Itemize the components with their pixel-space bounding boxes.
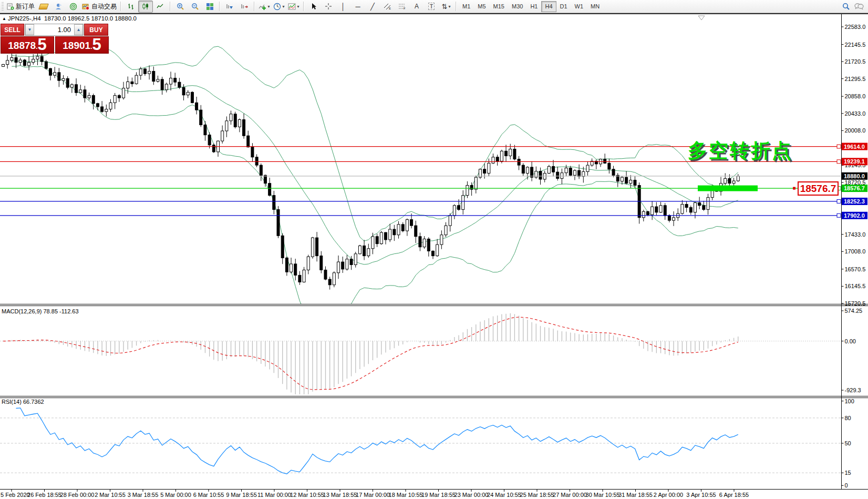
candle-bear — [458, 206, 460, 210]
vertical-line-icon: │ — [341, 3, 345, 11]
bollinger-middle-band — [12, 61, 738, 264]
candle-bull — [561, 173, 563, 179]
buy-price-main: 18901 — [63, 39, 90, 53]
fibonacci-button[interactable]: F — [395, 1, 409, 13]
floating-price-label[interactable]: 18576.7 — [798, 181, 839, 196]
time-tick-label: 11 Mar 00:00 — [257, 492, 291, 498]
sell-price[interactable]: 18878.5 — [1, 36, 54, 54]
candle-bear — [92, 96, 95, 104]
candle-bear — [376, 237, 378, 244]
channel-button[interactable]: E — [380, 1, 395, 13]
community-button[interactable] — [51, 1, 66, 13]
time-tick-label: 12 Mar 10:55 — [290, 492, 324, 498]
templates-button[interactable]: ▾ — [286, 1, 301, 13]
candle-bull — [187, 92, 189, 95]
line-marker[interactable] — [837, 199, 841, 203]
volume-decrease-button[interactable]: ▼ — [25, 24, 34, 35]
price-tick-label: 21295.5 — [845, 76, 866, 82]
candle-bear — [49, 68, 51, 75]
svg-text:E: E — [389, 7, 391, 10]
timeframe-m5[interactable]: M5 — [474, 1, 489, 12]
sell-price-main: 18878 — [8, 39, 36, 53]
candle-bull — [165, 84, 168, 90]
arrows-button[interactable]: ⇅▾ — [439, 1, 453, 13]
price-axis[interactable]: 22583.022145.521720.521295.520858.020433… — [837, 14, 867, 490]
bar-chart-button[interactable] — [123, 1, 138, 13]
candle-bull — [681, 204, 684, 213]
volume-value[interactable]: 1.00 — [34, 24, 74, 35]
candle-bear — [685, 204, 688, 207]
horizontal-line-button[interactable]: ─ — [350, 1, 365, 13]
time-axis[interactable]: 5 Feb 202026 Feb 18:5528 Feb 00:002 Mar … — [0, 490, 868, 498]
tile-windows-button[interactable] — [202, 1, 217, 13]
candle-bear — [152, 72, 155, 82]
toolbar-right — [842, 3, 864, 11]
candle-bear — [84, 90, 86, 98]
candle-bull — [474, 177, 477, 189]
timeframe-w1[interactable]: W1 — [571, 1, 587, 12]
candle-bull — [732, 181, 735, 184]
auto-scroll-button[interactable] — [222, 1, 237, 13]
vertical-line-button[interactable]: │ — [336, 1, 350, 13]
search-icon[interactable] — [842, 3, 850, 11]
buy-price[interactable]: 18901.5 — [55, 36, 109, 54]
candle-bear — [634, 180, 636, 185]
rsi-indicator-label: RSI(14) 66.7362 — [2, 399, 44, 405]
time-tick-label: 17 Mar 00:00 — [356, 492, 390, 498]
timeframe-d1[interactable]: D1 — [556, 1, 571, 12]
signal-button[interactable] — [66, 1, 80, 13]
new-order-button[interactable]: 新订单 — [5, 1, 36, 13]
label-anchor-marker[interactable] — [793, 187, 795, 190]
time-tick-label: 25 Mar 18:55 — [520, 492, 554, 498]
timeframe-m30[interactable]: M30 — [508, 1, 526, 12]
line-chart-button[interactable] — [153, 1, 168, 13]
chart-shift-button[interactable] — [237, 1, 252, 13]
text-button[interactable]: A — [409, 1, 424, 13]
collapse-button[interactable]: ▲ — [2, 16, 6, 21]
candle-bear — [234, 114, 236, 127]
sell-button[interactable]: SELL — [1, 24, 24, 36]
time-tick-label: 27 Mar 00:00 — [553, 492, 587, 498]
candle-bull — [358, 246, 361, 253]
label-button[interactable]: T — [424, 1, 439, 13]
candle-bull — [122, 88, 125, 98]
time-tick-label: 28 Feb 00:00 — [60, 492, 95, 498]
highlight-rectangle[interactable] — [698, 186, 758, 191]
candlestick-chart-button[interactable] — [138, 1, 153, 13]
candle-bull — [371, 237, 374, 249]
chat-icon[interactable] — [854, 3, 864, 11]
timeframe-m15[interactable]: M15 — [490, 1, 508, 12]
line-marker[interactable] — [837, 145, 841, 148]
chart-text-annotation[interactable]: 多空转折点 — [688, 138, 793, 164]
candle-bull — [565, 168, 567, 172]
indicators-button[interactable]: ▾ — [257, 1, 272, 13]
timeframe-m1[interactable]: M1 — [459, 1, 474, 12]
toolbar-grip[interactable] — [2, 2, 4, 11]
cursor-button[interactable] — [306, 1, 321, 13]
zoom-in-button[interactable] — [173, 1, 188, 13]
timeframe-h4[interactable]: H4 — [541, 1, 556, 12]
time-tick-label: 2 Apr 00:00 — [654, 492, 683, 498]
line-marker[interactable] — [837, 213, 841, 217]
rsi-axis-label: 50 — [845, 440, 851, 446]
candle-bull — [36, 56, 39, 59]
autotrading-button[interactable]: 自动交易 — [80, 1, 118, 13]
macd-axis-label: 574.25 — [845, 308, 863, 314]
trendline-button[interactable]: ╱ — [365, 1, 380, 13]
chart-canvas[interactable]: 22583.022145.521720.521295.520858.020433… — [0, 0, 868, 499]
autotrading-label: 自动交易 — [91, 2, 117, 11]
buy-button[interactable]: BUY — [84, 24, 108, 36]
candle-bull — [62, 78, 65, 80]
line-marker[interactable] — [837, 160, 841, 164]
candle-bull — [445, 226, 447, 235]
crosshair-button[interactable] — [321, 1, 336, 13]
periods-button[interactable]: ▾ — [272, 1, 286, 13]
chart-shift-marker[interactable] — [698, 16, 705, 20]
timeframe-mn[interactable]: MN — [587, 1, 603, 12]
gold-bar-button[interactable] — [36, 1, 51, 13]
sell-price-pips: 5 — [37, 36, 46, 53]
zoom-out-button[interactable] — [188, 1, 202, 13]
candle-bull — [724, 178, 727, 183]
volume-increase-button[interactable]: ▲ — [74, 24, 83, 35]
timeframe-h1[interactable]: H1 — [526, 1, 541, 12]
